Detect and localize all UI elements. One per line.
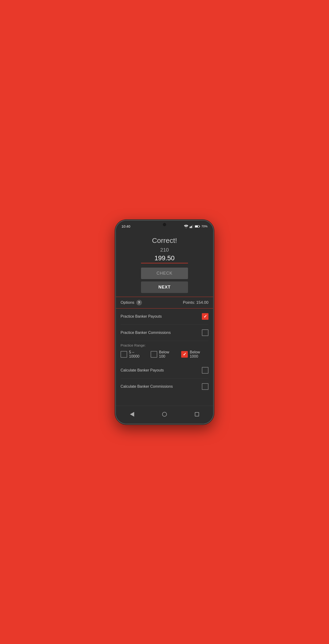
range-option-below-1000[interactable]: Below 1000 xyxy=(181,350,208,358)
practice-banker-payouts-checkbox[interactable] xyxy=(202,313,208,320)
next-button[interactable]: NEXT xyxy=(141,282,188,293)
range-5-10000-checkbox[interactable] xyxy=(121,351,127,358)
calculate-banker-commissions-checkbox[interactable] xyxy=(202,383,208,390)
signal-icon xyxy=(190,225,193,228)
camera-notch xyxy=(163,223,166,226)
range-option-5-10000[interactable]: 5 – 10000 xyxy=(121,350,145,358)
correct-label: Correct! xyxy=(152,236,177,244)
status-icons: 70% xyxy=(184,224,208,228)
svg-rect-5 xyxy=(195,226,198,227)
answer-value: 199.50 xyxy=(141,254,188,263)
calculate-banker-commissions-label: Calculate Banker Commissions xyxy=(121,384,173,389)
range-below-100-checkbox[interactable] xyxy=(151,351,157,358)
calculate-banker-payouts-label: Calculate Banker Payouts xyxy=(121,368,164,372)
practice-range-section: Practice Range: 5 – 10000 Below 100 B xyxy=(121,341,208,362)
practice-banker-commissions-label: Practice Banker Commissions xyxy=(121,330,171,335)
svg-marker-2 xyxy=(192,225,193,228)
range-below-1000-checkbox[interactable] xyxy=(181,351,188,358)
range-options: 5 – 10000 Below 100 Below 1000 xyxy=(121,348,208,362)
recents-icon xyxy=(195,412,199,416)
battery-icon xyxy=(195,225,200,228)
points-display: Points: 154.00 xyxy=(183,300,208,305)
svg-marker-0 xyxy=(190,226,191,228)
practice-range-label: Practice Range: xyxy=(121,341,208,348)
option-row-practice-banker-commissions: Practice Banker Commissions xyxy=(121,325,208,341)
options-left: Options ? xyxy=(121,300,142,306)
option-row-practice-banker-payouts: Practice Banker Payouts xyxy=(121,308,208,325)
range-below-1000-label: Below 1000 xyxy=(190,350,208,358)
phone-device: 10:40 xyxy=(115,220,214,424)
practice-banker-payouts-label: Practice Banker Payouts xyxy=(121,314,162,318)
range-option-below-100[interactable]: Below 100 xyxy=(151,350,176,358)
svg-marker-1 xyxy=(191,226,192,228)
battery-text: 70% xyxy=(201,224,208,228)
help-icon[interactable]: ? xyxy=(136,300,142,306)
range-below-100-label: Below 100 xyxy=(159,350,176,358)
app-content: Correct! 210 199.50 CHECK NEXT Options ?… xyxy=(116,231,213,406)
back-button[interactable] xyxy=(127,410,137,419)
nav-bar xyxy=(116,406,213,424)
check-button[interactable]: CHECK xyxy=(141,268,188,279)
status-time: 10:40 xyxy=(121,224,130,228)
options-header: Options ? Points: 154.00 xyxy=(116,297,213,308)
range-5-10000-label: 5 – 10000 xyxy=(129,350,145,358)
options-label: Options xyxy=(121,300,134,305)
points-value: 154.00 xyxy=(196,300,208,305)
option-row-calculate-banker-payouts: Calculate Banker Payouts xyxy=(121,362,208,378)
options-list: Practice Banker Payouts Practice Banker … xyxy=(116,308,213,394)
recents-button[interactable] xyxy=(192,410,202,419)
points-label: Points: xyxy=(183,300,195,305)
practice-banker-commissions-checkbox[interactable] xyxy=(202,330,208,336)
calculate-banker-payouts-checkbox[interactable] xyxy=(202,367,208,374)
svg-rect-4 xyxy=(200,226,200,227)
wifi-icon xyxy=(184,225,188,228)
top-section: Correct! 210 199.50 CHECK NEXT xyxy=(116,231,213,297)
question-number: 210 xyxy=(160,247,169,253)
option-row-calculate-banker-commissions: Calculate Banker Commissions xyxy=(121,378,208,394)
home-icon xyxy=(162,412,167,417)
home-button[interactable] xyxy=(160,410,169,419)
back-icon xyxy=(130,412,134,417)
phone-screen: 10:40 xyxy=(116,220,213,424)
